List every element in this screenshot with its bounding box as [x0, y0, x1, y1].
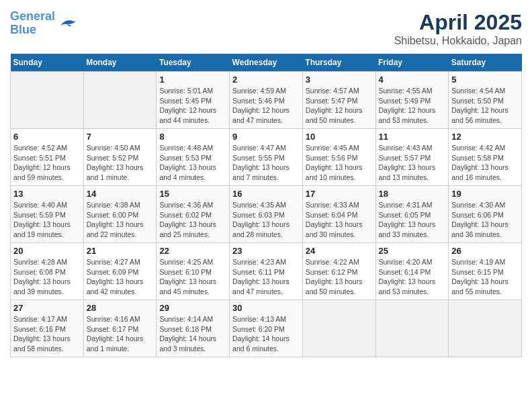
day-number: 11	[379, 132, 446, 142]
day-info: Sunrise: 4:28 AM Sunset: 6:08 PM Dayligh…	[13, 257, 81, 297]
title-block: April 2025 Shibetsu, Hokkaido, Japan	[394, 10, 522, 47]
day-info: Sunrise: 4:17 AM Sunset: 6:16 PM Dayligh…	[13, 314, 81, 354]
day-number: 30	[232, 303, 300, 313]
weekday-header-thursday: Thursday	[302, 54, 375, 72]
month-title: April 2025	[394, 10, 522, 35]
day-info: Sunrise: 5:01 AM Sunset: 5:45 PM Dayligh…	[159, 86, 226, 126]
day-info: Sunrise: 4:33 AM Sunset: 6:04 PM Dayligh…	[306, 200, 373, 240]
day-info: Sunrise: 4:16 AM Sunset: 6:17 PM Dayligh…	[87, 314, 154, 354]
calendar-cell: 2Sunrise: 4:59 AM Sunset: 5:46 PM Daylig…	[230, 72, 303, 129]
day-info: Sunrise: 4:57 AM Sunset: 5:47 PM Dayligh…	[306, 86, 373, 126]
day-info: Sunrise: 4:20 AM Sunset: 6:14 PM Dayligh…	[379, 257, 446, 297]
day-info: Sunrise: 4:38 AM Sunset: 6:00 PM Dayligh…	[87, 200, 154, 240]
calendar-cell: 20Sunrise: 4:28 AM Sunset: 6:08 PM Dayli…	[11, 243, 84, 300]
day-info: Sunrise: 4:48 AM Sunset: 5:53 PM Dayligh…	[159, 143, 226, 183]
day-number: 8	[159, 132, 226, 142]
day-info: Sunrise: 4:47 AM Sunset: 5:55 PM Dayligh…	[232, 143, 300, 183]
day-number: 25	[379, 246, 446, 256]
calendar-cell: 27Sunrise: 4:17 AM Sunset: 6:16 PM Dayli…	[11, 300, 84, 357]
day-info: Sunrise: 4:14 AM Sunset: 6:18 PM Dayligh…	[159, 314, 226, 354]
header: General Blue April 2025 Shibetsu, Hokkai…	[10, 10, 522, 47]
calendar-week-row: 1Sunrise: 5:01 AM Sunset: 5:45 PM Daylig…	[11, 72, 522, 129]
weekday-header-monday: Monday	[83, 54, 157, 72]
day-info: Sunrise: 4:19 AM Sunset: 6:15 PM Dayligh…	[451, 257, 519, 297]
day-number: 29	[159, 303, 226, 313]
day-info: Sunrise: 4:43 AM Sunset: 5:57 PM Dayligh…	[379, 143, 446, 183]
calendar-week-row: 6Sunrise: 4:52 AM Sunset: 5:51 PM Daylig…	[11, 129, 522, 186]
weekday-header-saturday: Saturday	[449, 54, 522, 72]
day-number: 28	[87, 303, 154, 313]
calendar-cell: 11Sunrise: 4:43 AM Sunset: 5:57 PM Dayli…	[375, 129, 449, 186]
calendar-week-row: 27Sunrise: 4:17 AM Sunset: 6:16 PM Dayli…	[11, 300, 522, 357]
day-info: Sunrise: 4:31 AM Sunset: 6:05 PM Dayligh…	[379, 200, 446, 240]
logo-bird-icon	[58, 13, 78, 34]
calendar-cell: 21Sunrise: 4:27 AM Sunset: 6:09 PM Dayli…	[83, 243, 157, 300]
day-number: 27	[13, 303, 81, 313]
calendar-cell: 17Sunrise: 4:33 AM Sunset: 6:04 PM Dayli…	[302, 186, 375, 243]
calendar-cell	[375, 300, 449, 357]
day-info: Sunrise: 4:52 AM Sunset: 5:51 PM Dayligh…	[13, 143, 81, 183]
day-number: 23	[232, 246, 300, 256]
calendar-cell: 13Sunrise: 4:40 AM Sunset: 5:59 PM Dayli…	[11, 186, 84, 243]
day-number: 12	[451, 132, 519, 142]
calendar-cell: 24Sunrise: 4:22 AM Sunset: 6:12 PM Dayli…	[302, 243, 375, 300]
day-info: Sunrise: 4:54 AM Sunset: 5:50 PM Dayligh…	[451, 86, 519, 126]
weekday-header-row: SundayMondayTuesdayWednesdayThursdayFrid…	[11, 54, 522, 72]
calendar-cell: 7Sunrise: 4:50 AM Sunset: 5:52 PM Daylig…	[83, 129, 157, 186]
location-title: Shibetsu, Hokkaido, Japan	[394, 35, 522, 47]
day-number: 15	[159, 189, 226, 199]
day-info: Sunrise: 4:36 AM Sunset: 6:02 PM Dayligh…	[159, 200, 226, 240]
day-info: Sunrise: 4:45 AM Sunset: 5:56 PM Dayligh…	[306, 143, 373, 183]
day-number: 20	[13, 246, 81, 256]
calendar-cell: 25Sunrise: 4:20 AM Sunset: 6:14 PM Dayli…	[375, 243, 449, 300]
calendar-cell	[11, 72, 84, 129]
day-number: 5	[451, 75, 519, 85]
calendar-cell: 8Sunrise: 4:48 AM Sunset: 5:53 PM Daylig…	[157, 129, 230, 186]
calendar-cell: 23Sunrise: 4:23 AM Sunset: 6:11 PM Dayli…	[230, 243, 303, 300]
calendar-cell: 26Sunrise: 4:19 AM Sunset: 6:15 PM Dayli…	[449, 243, 522, 300]
calendar-week-row: 20Sunrise: 4:28 AM Sunset: 6:08 PM Dayli…	[11, 243, 522, 300]
calendar-cell: 18Sunrise: 4:31 AM Sunset: 6:05 PM Dayli…	[375, 186, 449, 243]
calendar-cell: 30Sunrise: 4:13 AM Sunset: 6:20 PM Dayli…	[230, 300, 303, 357]
calendar-cell	[83, 72, 157, 129]
day-number: 22	[159, 246, 226, 256]
weekday-header-friday: Friday	[375, 54, 449, 72]
day-number: 10	[306, 132, 373, 142]
day-number: 26	[451, 246, 519, 256]
day-number: 24	[306, 246, 373, 256]
day-number: 18	[379, 189, 446, 199]
day-number: 21	[87, 246, 154, 256]
day-info: Sunrise: 4:35 AM Sunset: 6:03 PM Dayligh…	[232, 200, 300, 240]
logo-line1: General	[10, 9, 55, 23]
logo-line2: Blue	[10, 23, 36, 36]
logo: General Blue	[10, 10, 78, 37]
weekday-header-tuesday: Tuesday	[157, 54, 230, 72]
day-number: 16	[232, 189, 300, 199]
calendar-cell: 9Sunrise: 4:47 AM Sunset: 5:55 PM Daylig…	[230, 129, 303, 186]
calendar-cell: 16Sunrise: 4:35 AM Sunset: 6:03 PM Dayli…	[230, 186, 303, 243]
day-info: Sunrise: 4:59 AM Sunset: 5:46 PM Dayligh…	[232, 86, 300, 126]
day-info: Sunrise: 4:27 AM Sunset: 6:09 PM Dayligh…	[87, 257, 154, 297]
day-info: Sunrise: 4:30 AM Sunset: 6:06 PM Dayligh…	[451, 200, 519, 240]
day-info: Sunrise: 4:23 AM Sunset: 6:11 PM Dayligh…	[232, 257, 300, 297]
day-number: 13	[13, 189, 81, 199]
calendar-cell: 15Sunrise: 4:36 AM Sunset: 6:02 PM Dayli…	[157, 186, 230, 243]
calendar-cell	[302, 300, 375, 357]
day-number: 14	[87, 189, 154, 199]
day-number: 9	[232, 132, 300, 142]
day-info: Sunrise: 4:13 AM Sunset: 6:20 PM Dayligh…	[232, 314, 300, 354]
day-number: 17	[306, 189, 373, 199]
day-info: Sunrise: 4:22 AM Sunset: 6:12 PM Dayligh…	[306, 257, 373, 297]
day-number: 2	[232, 75, 300, 85]
calendar-cell: 6Sunrise: 4:52 AM Sunset: 5:51 PM Daylig…	[11, 129, 84, 186]
day-info: Sunrise: 4:40 AM Sunset: 5:59 PM Dayligh…	[13, 200, 81, 240]
calendar-table: SundayMondayTuesdayWednesdayThursdayFrid…	[10, 54, 522, 357]
day-number: 4	[379, 75, 446, 85]
day-info: Sunrise: 4:55 AM Sunset: 5:49 PM Dayligh…	[379, 86, 446, 126]
weekday-header-sunday: Sunday	[11, 54, 84, 72]
calendar-cell: 14Sunrise: 4:38 AM Sunset: 6:00 PM Dayli…	[83, 186, 157, 243]
calendar-cell	[449, 300, 522, 357]
day-info: Sunrise: 4:42 AM Sunset: 5:58 PM Dayligh…	[451, 143, 519, 183]
calendar-cell: 10Sunrise: 4:45 AM Sunset: 5:56 PM Dayli…	[302, 129, 375, 186]
calendar-cell: 1Sunrise: 5:01 AM Sunset: 5:45 PM Daylig…	[157, 72, 230, 129]
